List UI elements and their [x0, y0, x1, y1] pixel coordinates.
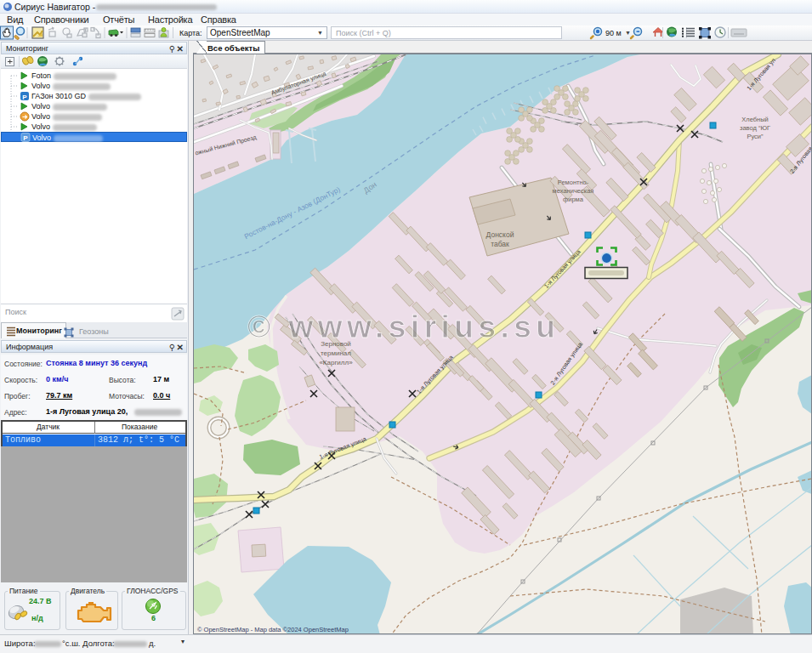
- svg-text:© www.sirius.su: © www.sirius.su: [247, 309, 559, 344]
- svg-text:табак: табак: [491, 240, 509, 248]
- svg-text:P: P: [23, 134, 28, 142]
- svg-text:Руси”: Руси”: [747, 133, 764, 140]
- svg-text:терминал: терминал: [321, 349, 351, 357]
- svg-text:фирма: фирма: [563, 196, 584, 203]
- svg-text:Хлебный: Хлебный: [741, 116, 768, 123]
- svg-text:механическая: механическая: [553, 187, 594, 195]
- svg-text:Донской: Донской: [486, 230, 514, 239]
- svg-text:«Каргилл»: «Каргилл»: [319, 359, 353, 366]
- svg-text:завод “ЮГ: завод “ЮГ: [740, 124, 770, 132]
- svg-text:Ремонтно-: Ремонтно-: [558, 179, 589, 186]
- svg-text:© OpenStreetMap - Map data ©20: © OpenStreetMap - Map data ©2024 OpenStr…: [197, 626, 349, 633]
